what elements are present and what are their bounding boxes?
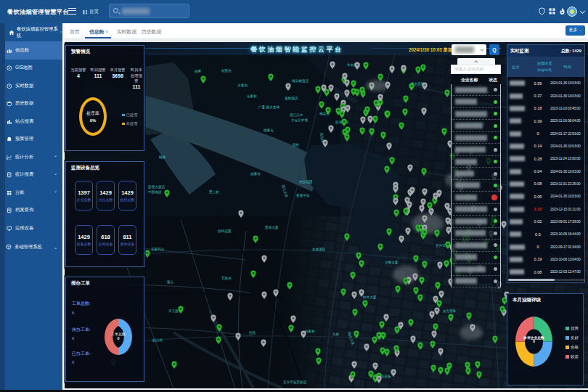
- svg-text:文峰大厦: 文峰大厦: [385, 260, 399, 265]
- svg-text:宜家码头: 宜家码头: [151, 247, 165, 251]
- svg-text:铜都: 铜都: [158, 155, 166, 160]
- svg-text:天子路: 天子路: [168, 309, 179, 313]
- svg-text:宜兴市福至饭店: 宜兴市福至饭店: [283, 380, 307, 385]
- svg-text:景湖大厦: 景湖大厦: [264, 225, 279, 230]
- svg-text:紫云: 紫云: [167, 280, 174, 284]
- svg-text:软件大厦: 软件大厦: [363, 295, 377, 300]
- svg-text:影视大酒店: 影视大酒店: [148, 184, 165, 189]
- svg-text:怡和花园: 怡和花园: [217, 229, 231, 234]
- svg-text:广厦 丽水支城: 广厦 丽水支城: [258, 105, 279, 110]
- svg-text:香溪半岛: 香溪半岛: [296, 193, 309, 198]
